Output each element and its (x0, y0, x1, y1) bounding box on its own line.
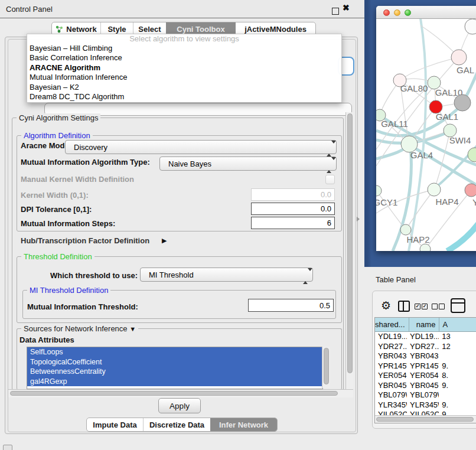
network-node[interactable] (454, 94, 471, 111)
tab-infer-network[interactable]: Infer Network (210, 418, 277, 431)
close-icon[interactable]: ✖ (343, 3, 350, 12)
minimized-panel-icon[interactable] (3, 445, 12, 450)
table-cell: YPR145W (407, 361, 439, 371)
settings-horizontal-scrollbar[interactable] (8, 389, 353, 397)
algorithm-option[interactable]: Bayesian – Hill Climbing (27, 44, 341, 53)
network-node[interactable] (420, 244, 431, 251)
sources-group-title: Sources for Network Inference ▼ (21, 324, 138, 333)
column-header[interactable]: A (439, 318, 476, 331)
dpi-tolerance-field[interactable]: 0.0 (251, 203, 335, 215)
sources-expander-icon[interactable]: ▼ (129, 325, 136, 332)
aracne-mode-combobox[interactable]: Discovery (65, 140, 337, 154)
mi-threshold-field[interactable]: 0.5 (248, 299, 334, 312)
table-row[interactable]: YDR27...YDR27...12 (375, 342, 476, 352)
network-node[interactable] (451, 50, 467, 65)
table-cell: YDR27... (375, 342, 407, 352)
minimize-traffic-light-icon[interactable] (394, 9, 400, 16)
scrollbar-thumb[interactable] (347, 113, 353, 373)
control-panel-titlebar: Control Panel ✖ (0, 0, 364, 18)
gear-icon[interactable]: ⚙ (381, 299, 391, 312)
hub-expander-icon[interactable]: ▶ (162, 237, 167, 244)
mi-steps-field[interactable]: 6 (251, 217, 335, 229)
select-all-icon[interactable]: ✓ (415, 304, 420, 309)
table-row[interactable]: YLR345WYLR345W9. (375, 400, 476, 410)
show-columns-icon[interactable] (398, 301, 410, 312)
table-cell: YBL079W (375, 390, 407, 400)
splitter-arrow-icon[interactable] (357, 217, 360, 221)
tab-discretize-data[interactable]: Discretize Data (143, 418, 210, 431)
apply-button[interactable]: Apply (158, 398, 201, 413)
table-cell: 9. (439, 381, 476, 391)
network-canvas[interactable]: GALGAL80GAL10GAL1GAL11SWI4GAL4GCY1HAP4YH… (376, 18, 476, 251)
network-node-label: GAL11 (381, 119, 408, 129)
algorithm-option[interactable]: Mutual Information Inference (27, 73, 341, 82)
tab-impute-data[interactable]: Impute Data (87, 418, 143, 431)
network-view-window[interactable]: GALGAL80GAL10GAL1GAL11SWI4GAL4GCY1HAP4YH… (376, 6, 476, 251)
algorithm-option[interactable]: Dream8 DC_TDC Algorithm (27, 92, 341, 102)
network-node[interactable] (465, 184, 476, 197)
combo-arrows-icon (327, 160, 331, 171)
column-header[interactable]: shared... (375, 318, 409, 331)
which-threshold-combobox[interactable]: MI Threshold (140, 268, 313, 282)
algorithm-definition-title: Algorithm Definition (21, 131, 93, 140)
select-all-icon[interactable]: ✓ (422, 304, 428, 309)
network-node[interactable] (428, 183, 441, 196)
network-node[interactable] (400, 224, 411, 235)
table-row[interactable]: YDL19...YDL19...13 (375, 332, 476, 342)
settings-vertical-scrollbar[interactable] (345, 112, 354, 389)
table-row[interactable]: YER054CYER054C8. (375, 371, 476, 381)
network-window-titlebar[interactable] (376, 6, 476, 19)
network-node-label: HAP4 (435, 197, 458, 207)
table-row[interactable]: YPR145WYPR145W9. (375, 361, 476, 371)
table-cell: 13 (439, 332, 476, 342)
table-row[interactable]: YBR045CYBR045C9. (375, 381, 476, 391)
table-cell: 9. (439, 361, 476, 371)
table-cell: YLR345W (407, 400, 439, 410)
table-mode-icon[interactable] (451, 298, 465, 313)
network-node-label: GAL1 (436, 112, 458, 122)
float-window-icon[interactable] (332, 8, 339, 15)
scrollbar-thumb[interactable] (324, 348, 329, 384)
table-cell: YBL079W (407, 390, 439, 400)
algorithm-option[interactable]: ARACNE Algorithm (27, 63, 341, 73)
unselect-all-icon[interactable] (432, 304, 438, 309)
zoom-traffic-light-icon[interactable] (405, 9, 411, 16)
scrollbar-thumb[interactable] (10, 391, 338, 396)
dpi-tolerance-label: DPI Tolerance [0,1]: (21, 205, 92, 214)
column-header[interactable]: name (409, 318, 440, 331)
table-row[interactable]: YBL079WYBL079W (375, 390, 476, 400)
algorithm-option[interactable]: Bayesian – K2 (27, 83, 341, 92)
cyni-algorithm-settings-title: Cyni Algorithm Settings (17, 113, 100, 122)
table-row[interactable]: YBR043CYBR043C (375, 351, 476, 361)
algorithm-option[interactable]: Basic Correlation Inference (27, 53, 341, 63)
screenshot-root: Control Panel ✖ Network Style Select Cyn… (0, 0, 476, 450)
data-attribute-item[interactable]: TopologicalCoefficient (27, 357, 322, 367)
data-attribute-item[interactable]: BetweennessCentrality (27, 367, 322, 377)
unselect-all-icon[interactable] (439, 304, 445, 309)
attributes-list-scrollbar[interactable] (322, 347, 330, 388)
network-node[interactable] (465, 19, 476, 34)
mi-algorithm-type-combobox[interactable]: Naive Bayes (159, 156, 337, 171)
table-cell: 9. (439, 400, 476, 410)
network-icon (56, 25, 63, 33)
data-attribute-item[interactable]: gal4RGexp (27, 377, 322, 387)
network-node[interactable] (468, 148, 476, 162)
network-node[interactable] (376, 185, 382, 196)
data-attribute-item[interactable]: SelfLoops (27, 347, 322, 357)
node-table: shared... name A YDL19...YDL19...13YDR27… (374, 317, 476, 423)
mi-threshold-group-title: MI Threshold Definition (27, 286, 110, 295)
table-horizontal-scrollbar[interactable] (375, 415, 476, 423)
manual-kernel-width-checkbox[interactable] (325, 175, 335, 184)
scrollbar-thumb[interactable] (376, 417, 474, 422)
data-attributes-list[interactable]: SelfLoopsTopologicalCoefficientBetweenne… (27, 347, 323, 389)
close-traffic-light-icon[interactable] (383, 9, 390, 16)
table-cell: YER054C (407, 371, 439, 381)
table-cell: YDL19... (407, 332, 439, 342)
table-cell: 12 (439, 342, 476, 352)
table-cell: YBR045C (375, 381, 407, 391)
algorithm-dropdown-list: Bayesian – Hill ClimbingBasic Correlatio… (27, 44, 341, 102)
table-body: YDL19...YDL19...13YDR27...YDR27...12YBR0… (375, 332, 476, 420)
which-threshold-label: Which threshold to use: (50, 271, 138, 280)
manual-kernel-width-label: Manual Kernel Width Definition (21, 175, 134, 184)
kernel-width-field[interactable]: 0.0 (251, 188, 335, 201)
